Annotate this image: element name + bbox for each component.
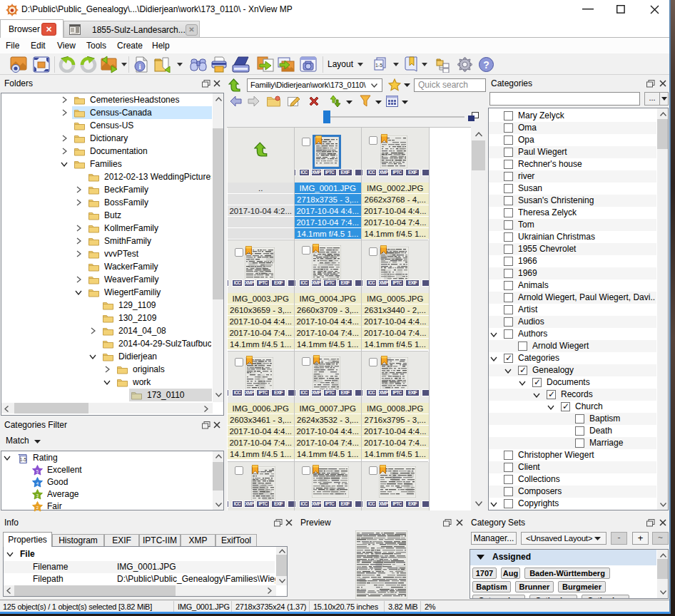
- svg-text:1-5: 1-5: [20, 457, 27, 462]
